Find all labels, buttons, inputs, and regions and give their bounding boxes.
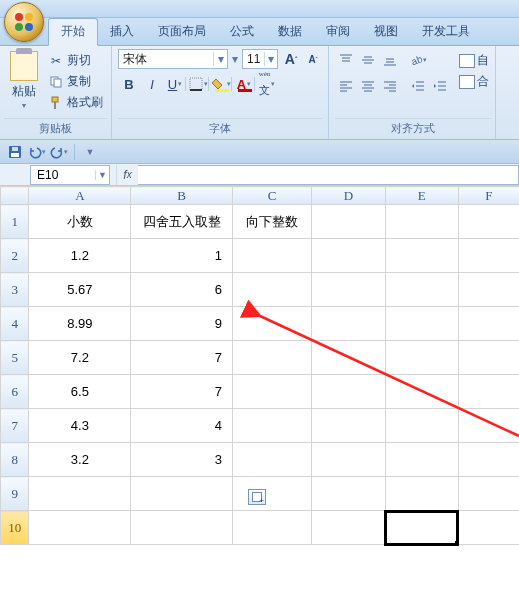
- cut-button[interactable]: ✂ 剪切: [46, 51, 105, 70]
- column-header-F[interactable]: F: [458, 187, 519, 205]
- cell-B2[interactable]: 1: [131, 239, 233, 273]
- cell-D7[interactable]: [312, 409, 385, 443]
- wrap-text-button[interactable]: 自: [457, 51, 491, 70]
- tab-插入[interactable]: 插入: [98, 19, 146, 45]
- qat-customize-button[interactable]: ▼: [81, 143, 99, 161]
- name-box[interactable]: E10 ▼: [30, 165, 110, 185]
- cell-E5[interactable]: [385, 341, 458, 375]
- cell-B3[interactable]: 6: [131, 273, 233, 307]
- cell-C6[interactable]: [232, 375, 311, 409]
- font-name-combo[interactable]: 宋体 ▾: [118, 49, 228, 69]
- cell-A5[interactable]: 7.2: [29, 341, 131, 375]
- font-color-button[interactable]: A▾: [233, 73, 255, 95]
- cell-C3[interactable]: [232, 273, 311, 307]
- cell-F7[interactable]: [458, 409, 519, 443]
- cell-C9[interactable]: [232, 477, 311, 511]
- border-button[interactable]: ▾: [187, 73, 209, 95]
- align-left-button[interactable]: [335, 75, 357, 97]
- cell-E1[interactable]: [385, 205, 458, 239]
- cell-A9[interactable]: [29, 477, 131, 511]
- font-size-combo[interactable]: 11 ▾: [242, 49, 278, 69]
- tab-开始[interactable]: 开始: [48, 18, 98, 46]
- redo-button[interactable]: ▾: [50, 143, 68, 161]
- paste-button[interactable]: 粘贴 ▼: [4, 49, 44, 118]
- row-header-2[interactable]: 2: [1, 239, 29, 273]
- tab-页面布局[interactable]: 页面布局: [146, 19, 218, 45]
- cell-B10[interactable]: [131, 511, 233, 545]
- cell-F6[interactable]: [458, 375, 519, 409]
- cell-A10[interactable]: [29, 511, 131, 545]
- row-header-3[interactable]: 3: [1, 273, 29, 307]
- cell-A3[interactable]: 5.67: [29, 273, 131, 307]
- cell-F2[interactable]: [458, 239, 519, 273]
- column-header-D[interactable]: D: [312, 187, 385, 205]
- cell-A4[interactable]: 8.99: [29, 307, 131, 341]
- save-button[interactable]: [6, 143, 24, 161]
- tab-视图[interactable]: 视图: [362, 19, 410, 45]
- cell-E4[interactable]: [385, 307, 458, 341]
- row-header-10[interactable]: 10: [1, 511, 29, 545]
- tab-审阅[interactable]: 审阅: [314, 19, 362, 45]
- merge-cells-button[interactable]: 合: [457, 72, 491, 91]
- cell-B4[interactable]: 9: [131, 307, 233, 341]
- undo-button[interactable]: ▾: [28, 143, 46, 161]
- align-top-button[interactable]: [335, 49, 357, 71]
- fill-color-button[interactable]: ▾: [210, 73, 232, 95]
- orientation-button[interactable]: ab▾: [407, 49, 429, 71]
- cell-B6[interactable]: 7: [131, 375, 233, 409]
- italic-button[interactable]: I: [141, 73, 163, 95]
- cell-A8[interactable]: 3.2: [29, 443, 131, 477]
- cell-D10[interactable]: [312, 511, 385, 545]
- cell-B7[interactable]: 4: [131, 409, 233, 443]
- cell-C2[interactable]: [232, 239, 311, 273]
- align-center-button[interactable]: [357, 75, 379, 97]
- column-header-A[interactable]: A: [29, 187, 131, 205]
- cell-F4[interactable]: [458, 307, 519, 341]
- row-header-9[interactable]: 9: [1, 477, 29, 511]
- align-middle-button[interactable]: [357, 49, 379, 71]
- cell-F9[interactable]: [458, 477, 519, 511]
- cell-B8[interactable]: 3: [131, 443, 233, 477]
- cell-D8[interactable]: [312, 443, 385, 477]
- cell-A2[interactable]: 1.2: [29, 239, 131, 273]
- cell-E6[interactable]: [385, 375, 458, 409]
- row-header-4[interactable]: 4: [1, 307, 29, 341]
- select-all-corner[interactable]: [1, 187, 29, 205]
- cell-D6[interactable]: [312, 375, 385, 409]
- column-header-C[interactable]: C: [232, 187, 311, 205]
- align-right-button[interactable]: [379, 75, 401, 97]
- tab-开发工具[interactable]: 开发工具: [410, 19, 482, 45]
- cell-F10[interactable]: [458, 511, 519, 545]
- formula-input[interactable]: [138, 165, 519, 185]
- row-header-7[interactable]: 7: [1, 409, 29, 443]
- row-header-1[interactable]: 1: [1, 205, 29, 239]
- column-header-B[interactable]: B: [131, 187, 233, 205]
- phonetic-button[interactable]: wén文▾: [256, 73, 278, 95]
- cell-D9[interactable]: [312, 477, 385, 511]
- cell-B9[interactable]: [131, 477, 233, 511]
- decrease-indent-button[interactable]: [407, 75, 429, 97]
- worksheet[interactable]: ABCDEF1小数四舍五入取整向下整数21.2135.67648.99957.2…: [0, 186, 519, 545]
- cell-E10[interactable]: [385, 511, 458, 545]
- row-header-8[interactable]: 8: [1, 443, 29, 477]
- cell-B5[interactable]: 7: [131, 341, 233, 375]
- tab-数据[interactable]: 数据: [266, 19, 314, 45]
- bold-button[interactable]: B: [118, 73, 140, 95]
- cell-C8[interactable]: [232, 443, 311, 477]
- cell-C4[interactable]: [232, 307, 311, 341]
- copy-button[interactable]: 复制: [46, 72, 105, 91]
- grow-font-button[interactable]: Aˆ: [282, 49, 300, 69]
- cell-F8[interactable]: [458, 443, 519, 477]
- cell-A7[interactable]: 4.3: [29, 409, 131, 443]
- cell-C5[interactable]: [232, 341, 311, 375]
- cell-D5[interactable]: [312, 341, 385, 375]
- row-header-5[interactable]: 5: [1, 341, 29, 375]
- office-button[interactable]: [4, 2, 44, 42]
- cell-E8[interactable]: [385, 443, 458, 477]
- shrink-font-button[interactable]: Aˇ: [304, 49, 322, 69]
- cell-C7[interactable]: [232, 409, 311, 443]
- cell-E9[interactable]: [385, 477, 458, 511]
- format-painter-button[interactable]: 格式刷: [46, 93, 105, 112]
- cell-A6[interactable]: 6.5: [29, 375, 131, 409]
- tab-公式[interactable]: 公式: [218, 19, 266, 45]
